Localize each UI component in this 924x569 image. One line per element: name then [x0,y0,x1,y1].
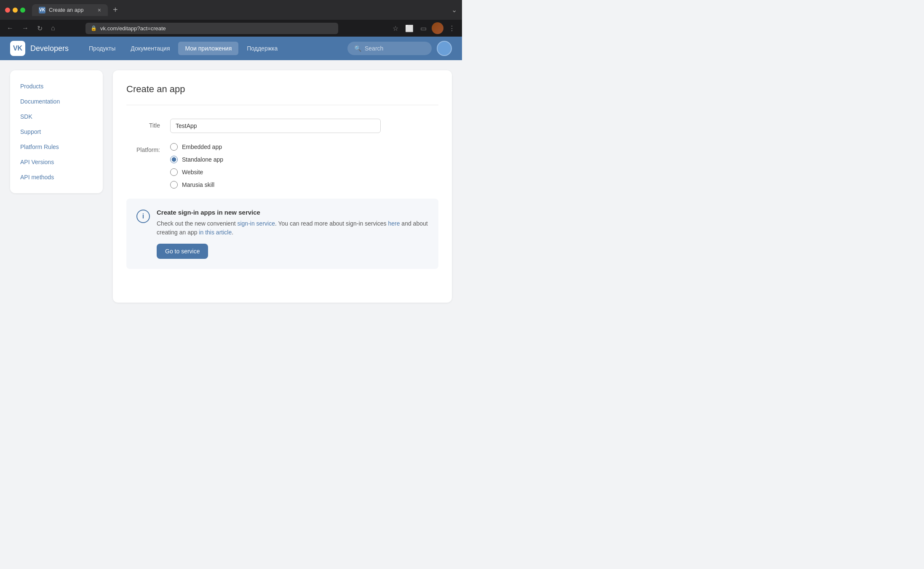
info-content: Create sign-in apps in new service Check… [157,209,428,259]
here-link[interactable]: here [388,220,400,227]
new-tab-button[interactable]: + [109,3,121,16]
browser-titlebar: VK Create an app × + ⌄ [0,0,462,20]
title-label: Title [126,119,160,129]
vk-logo[interactable]: VK [10,41,25,56]
tab-bar: VK Create an app × + ⌄ [32,3,457,16]
traffic-light-green[interactable] [20,8,25,13]
radio-marusia[interactable] [170,181,178,189]
sidebar: Products Documentation SDK Support Platf… [10,70,103,193]
radio-standalone[interactable] [170,156,178,163]
address-url: vk.com/editapp?act=create [100,25,166,32]
sidebar-item-api-methods[interactable]: API methods [10,170,103,185]
address-security-icon: 🔒 [91,25,97,31]
sidebar-item-sdk[interactable]: SDK [10,109,103,124]
browser-actions: ☆ ⬜ ▭ ⋮ [391,22,457,34]
radio-website[interactable] [170,168,178,176]
title-form-row: Title [126,119,438,133]
info-text-after-link1: . You can read more about sign-in servic… [275,220,388,227]
radio-standalone-label: Standalone app [182,156,223,163]
traffic-light-yellow[interactable] [13,8,18,13]
bookmark-button[interactable]: ☆ [391,23,400,34]
extensions-button[interactable]: ⬜ [403,23,415,34]
platform-label: Platform: [126,143,160,153]
tab-title: Create an app [49,7,83,13]
radio-marusia-label: Marusia skill [182,181,214,188]
radio-embedded-label: Embedded app [182,144,222,150]
info-box: i Create sign-in apps in new service Che… [126,199,438,269]
sign-in-service-link[interactable]: sign-in service [237,220,275,227]
title-field [170,119,381,133]
page-content: Products Documentation SDK Support Platf… [0,60,462,313]
active-tab[interactable]: VK Create an app × [32,4,108,16]
tab-expand-button[interactable]: ⌄ [451,6,457,14]
sidebar-item-platform-rules[interactable]: Platform Rules [10,139,103,154]
platform-standalone[interactable]: Standalone app [170,156,381,163]
menu-button[interactable]: ⋮ [447,23,457,34]
info-text-before-link1: Check out the new convenient [157,220,237,227]
home-button[interactable]: ⌂ [49,23,57,34]
address-input[interactable]: 🔒 vk.com/editapp?act=create [85,23,338,34]
main-content: Create an app Title Platform: Embedded a… [113,70,452,303]
vk-brand-text: Developers [30,44,69,53]
search-placeholder: Search [365,45,383,52]
platform-radio-group: Embedded app Standalone app Website Maru… [170,143,381,189]
platform-website[interactable]: Website [170,168,381,176]
profile-avatar-button[interactable] [432,22,443,34]
search-bar[interactable]: 🔍 Search [347,42,432,55]
browser-chrome: VK Create an app × + ⌄ ← → ↻ ⌂ 🔒 vk.com/… [0,0,462,37]
back-button[interactable]: ← [5,23,15,34]
platform-embedded[interactable]: Embedded app [170,143,381,151]
title-input[interactable] [170,119,381,133]
reload-button[interactable]: ↻ [35,23,44,34]
nav-item-products[interactable]: Продукты [82,42,122,55]
search-icon: 🔍 [354,45,361,52]
tab-close-button[interactable]: × [98,7,101,13]
vk-header: VK Developers Продукты Документация Мои … [0,37,462,60]
nav-item-support[interactable]: Поддержка [240,42,284,55]
radio-website-label: Website [182,169,203,175]
platform-form-row: Platform: Embedded app Standalone app We… [126,143,438,189]
sidebar-item-api-versions[interactable]: API Versions [10,154,103,170]
traffic-light-red[interactable] [5,8,10,13]
sidebar-item-products[interactable]: Products [10,79,103,94]
go-to-service-button[interactable]: Go to service [157,244,208,259]
article-link[interactable]: in this article [199,229,232,236]
address-bar: ← → ↻ ⌂ 🔒 vk.com/editapp?act=create ☆ ⬜ … [0,20,462,37]
info-title: Create sign-in apps in new service [157,209,428,216]
nav-item-docs[interactable]: Документация [124,42,176,55]
info-text-end: . [232,229,233,236]
info-text: Check out the new convenient sign-in ser… [157,219,428,237]
radio-embedded[interactable] [170,143,178,151]
forward-button[interactable]: → [20,23,30,34]
page-title: Create an app [126,84,438,105]
sidebar-item-documentation[interactable]: Documentation [10,94,103,109]
vk-logo-text: VK [13,45,22,52]
tab-favicon: VK [39,7,45,13]
vk-nav: Продукты Документация Мои приложения Под… [82,42,347,55]
info-icon: i [136,210,150,223]
traffic-lights [5,8,25,13]
user-avatar[interactable] [437,41,452,56]
nav-item-apps[interactable]: Мои приложения [178,42,238,55]
sidebar-item-support[interactable]: Support [10,124,103,139]
platform-marusia[interactable]: Marusia skill [170,181,381,189]
sidebar-button[interactable]: ▭ [419,23,428,34]
